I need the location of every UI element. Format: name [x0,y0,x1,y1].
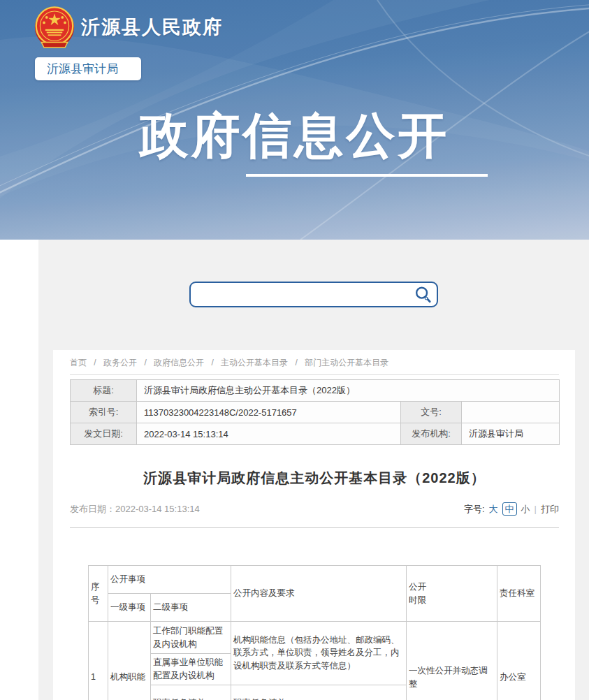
header-dept: 责任科室 [497,566,541,622]
banner-title-underline [246,174,488,177]
search-box [189,282,438,307]
print-button[interactable]: 打印 [541,503,559,516]
breadcrumb-separator: / [144,358,146,367]
breadcrumb: 首页 / 政务公开 / 政府信息公开 / 主动公开基本目录 / 部门主动公开基本… [70,356,559,368]
site-brand[interactable]: 沂源县人民政府 [34,6,223,49]
cell-level2-sub3: 职责任务清单 [151,685,231,700]
font-size-large-button[interactable]: 大 [489,503,498,516]
header-level2: 二级事项 [151,594,231,622]
breadcrumb-zwgk[interactable]: 政务公开 [103,358,137,367]
document-meta-table: 标题: 沂源县审计局政府信息主动公开基本目录（2022版） 索引号: 11370… [70,379,560,445]
meta-org-label: 发布机构: [401,423,462,445]
header-content: 公开内容及要求 [231,566,407,622]
meta-row-date: 发文日期: 2022-03-14 15:13:14 发布机构: 沂源县审计局 [71,423,560,445]
catalog-table: 序号 公开事项 公开内容及要求 公开 时限 责任科室 一级事项 二级事项 1 机… [88,565,541,700]
search-button[interactable] [409,283,437,306]
meta-row-title: 标题: 沂源县审计局政府信息主动公开基本目录（2022版） [71,380,560,402]
banner: 沂源县人民政府 沂源县审计局 政府信息公开 [0,0,589,240]
header-seq: 序号 [89,566,108,622]
cell-content-sub1: 机构职能信息（包括办公地址、邮政编码、联系方式，单位职责，领导姓名及分工，内设机… [231,622,407,685]
banner-page-title: 政府信息公开 [0,109,589,163]
meta-title-value: 沂源县审计局政府信息主动公开基本目录（2022版） [137,380,560,402]
breadcrumb-separator: / [94,358,96,367]
content-card: 首页 / 政务公开 / 政府信息公开 / 主动公开基本目录 / 部门主动公开基本… [53,350,575,700]
breadcrumb-zdgk-catalog[interactable]: 主动公开基本目录 [221,358,288,367]
article-title: 沂源县审计局政府信息主动公开基本目录（2022版） [70,469,559,488]
breadcrumb-separator: / [211,358,213,367]
publish-info-row: 发布日期：2022-03-14 15:13:14 字号: 大 中 小 | 打印 [70,502,559,516]
cell-level2-sub2: 直属事业单位职能配置及内设机构 [151,654,231,685]
meta-org-value: 沂源县审计局 [462,423,560,445]
font-size-medium-button[interactable]: 中 [502,502,517,516]
catalog-header-row-1: 序号 公开事项 公开内容及要求 公开 时限 责任科室 [89,566,541,594]
cell-level2-sub1: 工作部门职能配置及内设机构 [151,622,231,654]
breadcrumb-separator: / [295,358,297,367]
cell-dept: 办公室 [497,622,541,700]
tools-separator: | [535,504,537,514]
breadcrumb-home[interactable]: 首页 [70,358,87,367]
cell-content-sub3: 职责任务清单 [231,685,407,700]
meta-index-label: 索引号: [71,402,137,423]
department-button[interactable]: 沂源县审计局 [35,57,141,80]
cell-seq: 1 [89,622,108,700]
cell-time-limit: 一次性公开并动态调整 [407,622,497,700]
cell-level1: 机构职能 [108,622,151,700]
meta-docno-value [462,402,560,423]
header-time-limit: 公开 时限 [407,566,497,622]
breadcrumb-zfxxgk[interactable]: 政府信息公开 [154,358,204,367]
national-emblem-logo [34,6,75,49]
meta-index-value: 11370323004223148C/2022-5171657 [137,402,401,423]
publish-date-label: 发布日期： [70,504,115,514]
publish-date-value: 2022-03-14 15:13:14 [115,504,200,514]
article-divider [70,527,559,528]
page: 沂源县人民政府 沂源县审计局 政府信息公开 首页 / 政务公开 [0,0,589,700]
meta-date-label: 发文日期: [71,423,137,445]
search-icon [414,286,432,304]
meta-title-label: 标题: [71,380,137,402]
font-size-label: 字号: [464,503,485,516]
meta-docno-label: 文号: [401,402,462,423]
breadcrumb-dept-catalog[interactable]: 部门主动公开基本目录 [305,358,388,367]
header-level1: 一级事项 [108,594,151,622]
font-size-tools: 字号: 大 中 小 | 打印 [464,502,559,516]
meta-date-value: 2022-03-14 15:13:14 [137,423,401,445]
meta-row-index: 索引号: 11370323004223148C/2022-5171657 文号: [71,402,560,423]
font-size-small-button[interactable]: 小 [521,503,530,516]
site-title: 沂源县人民政府 [81,15,223,40]
breadcrumb-divider [70,374,559,375]
search-input[interactable] [191,283,409,306]
header-open-item: 公开事项 [108,566,231,594]
publish-date: 发布日期：2022-03-14 15:13:14 [70,503,200,516]
catalog-row-1-sub-1: 1 机构职能 工作部门职能配置及内设机构 机构职能信息（包括办公地址、邮政编码、… [89,622,541,654]
